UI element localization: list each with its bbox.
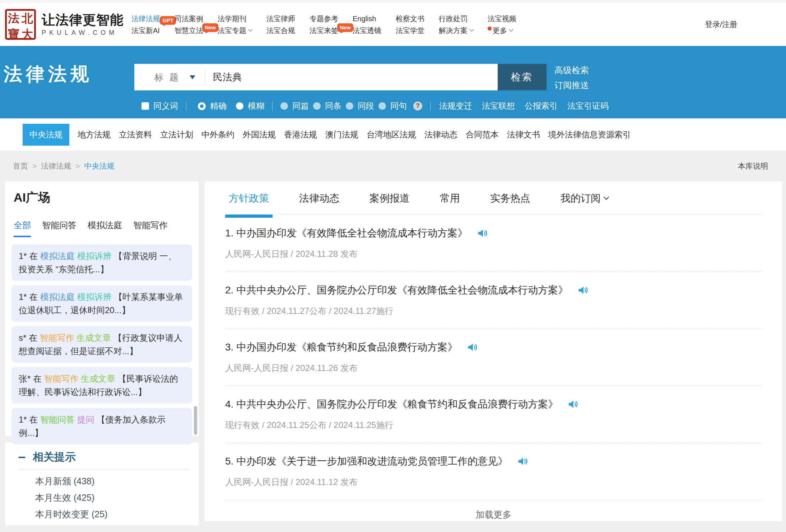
breadcrumb-item[interactable]: 中央法规: [84, 162, 115, 170]
collapse-icon[interactable]: −: [18, 452, 25, 463]
news-tab[interactable]: 我的订阅: [561, 192, 608, 205]
category-tab[interactable]: 地方法规: [78, 124, 111, 146]
banner-option-link[interactable]: 公报索引: [525, 100, 558, 112]
nav-item[interactable]: 检察文书法宝学堂: [396, 14, 424, 35]
ai-module-link[interactable]: 智能写作: [44, 374, 79, 383]
library-description-link[interactable]: 本库说明: [738, 161, 768, 171]
nav-item[interactable]: 法学期刊法宝专题: [218, 14, 252, 35]
precise-radio-selected[interactable]: [198, 102, 206, 110]
category-tab[interactable]: 立法计划: [160, 124, 193, 146]
ai-plaza-tab[interactable]: 智能写作: [133, 220, 168, 237]
ai-module-link[interactable]: 智能问答: [40, 415, 75, 424]
banner-option-link[interactable]: 法宝引证码: [567, 100, 609, 112]
search-button[interactable]: 检索: [498, 64, 547, 90]
load-more-button[interactable]: 加载更多: [225, 500, 762, 529]
category-tab[interactable]: 香港法规: [284, 124, 317, 146]
breadcrumb-item[interactable]: 首页: [13, 162, 28, 170]
scope-radio[interactable]: [313, 102, 321, 110]
ai-plaza-tabs: 全部智能问答模拟法庭智能写作: [14, 220, 192, 237]
ai-action-link[interactable]: 生成文章: [76, 333, 111, 343]
advanced-search-link[interactable]: 高级检索: [554, 65, 589, 76]
login-register-link[interactable]: 登录/注册: [705, 19, 737, 29]
category-tab[interactable]: 立法资料: [119, 124, 152, 146]
category-tab[interactable]: 澳门法规: [325, 124, 358, 146]
ai-module-link[interactable]: 模拟法庭: [40, 292, 75, 302]
scope-radio[interactable]: [346, 102, 353, 110]
nav-item[interactable]: 司法案例智慧立法New: [175, 14, 203, 35]
news-tab[interactable]: 方针政策: [229, 192, 269, 205]
news-tab[interactable]: 常用: [440, 192, 460, 205]
subscribe-push-link[interactable]: 订阅推送: [554, 80, 589, 91]
news-title-link[interactable]: 3. 中办国办印发《粮食节约和反食品浪费行动方案》: [225, 340, 762, 354]
ai-activity-item[interactable]: 张* 在 智能写作 生成文章 【民事诉讼法的理解、民事诉讼法和行政诉讼...】: [11, 367, 192, 404]
nav-item[interactable]: 法宝律师法宝合规: [266, 14, 295, 35]
ai-plaza-tab[interactable]: 智能问答: [42, 220, 76, 237]
top-navigation-bar: 法北寶大 让法律更智能 PKULAW.COM 法律法规法宝新AIGPT司法案例智…: [0, 3, 786, 46]
scrollbar-thumb[interactable]: [194, 406, 197, 435]
seal-char: 法: [7, 11, 20, 27]
related-tip-link[interactable]: 本月新颁 (438): [35, 473, 191, 489]
ai-action-link[interactable]: 模拟诉辨: [77, 292, 112, 302]
ai-module-link[interactable]: 智能写作: [40, 333, 74, 343]
ai-module-link[interactable]: 模拟法庭: [40, 251, 75, 261]
speaker-icon[interactable]: [467, 342, 478, 353]
banner-option-link[interactable]: 法规变迁: [439, 100, 472, 112]
ai-activity-item[interactable]: 1* 在 模拟法庭 模拟诉辨 【背景说明 一、投资关系 “东莞信托...】: [11, 244, 192, 281]
fuzzy-radio[interactable]: [236, 102, 243, 110]
ai-plaza-tab[interactable]: 模拟法庭: [88, 220, 122, 237]
category-tab[interactable]: 外国法规: [243, 124, 276, 146]
news-tab[interactable]: 案例报道: [369, 192, 410, 205]
news-title-link[interactable]: 5. 中办印发《关于进一步加强和改进流动党员管理工作的意见》: [225, 454, 762, 469]
breadcrumb-separator: >: [75, 162, 80, 170]
logo-domain: PKULAW.COM: [42, 29, 124, 37]
scope-radio[interactable]: [378, 102, 386, 110]
news-title-text: 3. 中办国办印发《粮食节约和反食品浪费行动方案》: [225, 340, 457, 354]
site-logo[interactable]: 法北寶大 让法律更智能 PKULAW.COM: [5, 9, 124, 40]
scope-radio[interactable]: [280, 102, 288, 110]
category-tab[interactable]: 法律动态: [424, 124, 457, 146]
category-tab[interactable]: 台湾地区法规: [367, 124, 416, 146]
ai-plaza-tab[interactable]: 全部: [14, 220, 31, 237]
ai-action-link[interactable]: 生成文章: [81, 374, 115, 383]
chevron-down-icon: [604, 194, 609, 200]
scope-label: 同条: [325, 100, 341, 112]
nav-item-top-label: 法学期刊: [218, 14, 252, 23]
ai-action-link[interactable]: 提问: [77, 415, 94, 424]
speaker-icon[interactable]: [567, 399, 578, 410]
related-tip-link[interactable]: 本月时效变更 (25): [35, 506, 191, 522]
nav-item-bottom-label: 智慧立法: [175, 26, 203, 35]
category-tab[interactable]: 合同范本: [466, 124, 499, 146]
nav-item[interactable]: English法宝透镜: [353, 14, 381, 35]
speaker-icon[interactable]: [477, 228, 488, 239]
speaker-icon[interactable]: [577, 285, 588, 296]
ai-activity-item[interactable]: 1* 在 模拟法庭 模拟诉辨 【叶某系某事业单位退休职工，退休时间20...】: [11, 285, 192, 322]
breadcrumb-item[interactable]: 法律法规: [41, 162, 71, 170]
news-tab[interactable]: 法律动态: [299, 192, 339, 205]
speaker-icon[interactable]: [517, 456, 528, 467]
ai-activity-item[interactable]: 1* 在 智能问答 提问 【债务加入条款示例...】: [11, 408, 192, 444]
related-divider: [18, 470, 190, 470]
ai-action-link[interactable]: 模拟诉辨: [77, 251, 112, 261]
related-tip-link[interactable]: 本月生效 (425): [35, 489, 191, 506]
synonym-label: 同义词: [153, 100, 178, 112]
search-field-select[interactable]: 标 题: [134, 71, 205, 83]
news-tab[interactable]: 实务热点: [490, 192, 530, 205]
page-title: 法律法规: [4, 62, 93, 87]
nav-item[interactable]: 行政处罚解决方案: [439, 14, 473, 35]
nav-item-top-label: 检察文书: [396, 14, 424, 23]
banner-option-link[interactable]: 法宝联想: [482, 100, 515, 112]
category-tab[interactable]: 境外法律信息资源索引: [548, 124, 631, 146]
category-tab[interactable]: 中外条约: [201, 124, 234, 146]
help-icon[interactable]: ?: [413, 102, 422, 110]
category-tab[interactable]: 法律文书: [507, 124, 540, 146]
category-tab[interactable]: 中央法规: [23, 124, 69, 146]
news-title-link[interactable]: 1. 中办国办印发《有效降低全社会物流成本行动方案》: [225, 226, 762, 240]
nav-item[interactable]: 法宝视频更多: [488, 14, 516, 35]
news-title-link[interactable]: 2. 中共中央办公厅、国务院办公厅印发《有效降低全社会物流成本行动方案》: [225, 283, 762, 297]
search-input[interactable]: [205, 71, 498, 83]
nav-item[interactable]: 专题参考法宝来签New: [310, 14, 338, 35]
nav-item[interactable]: 法律法规法宝新AIGPT: [131, 14, 160, 35]
news-title-link[interactable]: 4. 中共中央办公厅、国务院办公厅印发《粮食节约和反食品浪费行动方案》: [225, 397, 762, 411]
synonym-checkbox[interactable]: [141, 102, 149, 110]
ai-activity-item[interactable]: s* 在 智能写作 生成文章 【行政复议申请人想查阅证据，但是证据不对...】: [11, 326, 192, 363]
